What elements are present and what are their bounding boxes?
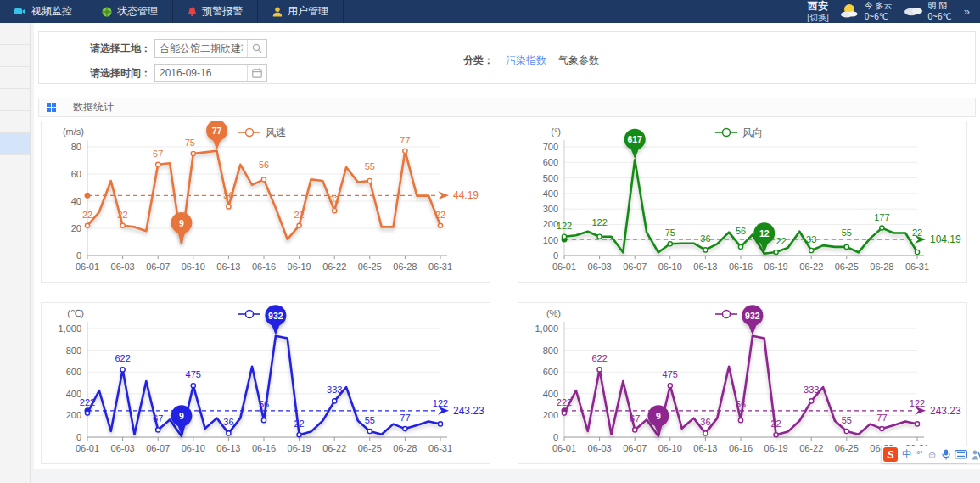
svg-text:122: 122: [591, 217, 607, 227]
emoji-icon[interactable]: ☺: [927, 449, 937, 461]
svg-text:77: 77: [400, 413, 410, 423]
svg-text:1,000: 1,000: [535, 323, 558, 334]
nav-item-video-monitor[interactable]: 视频监控: [0, 0, 87, 23]
city-name: 西安: [807, 1, 829, 12]
date-select-label: 请选择时间：: [73, 66, 151, 81]
svg-text:06-25: 06-25: [358, 443, 382, 453]
svg-text:333: 333: [327, 385, 342, 395]
svg-text:06-10: 06-10: [658, 443, 682, 453]
weather-more-arrow[interactable]: »: [962, 5, 972, 18]
svg-text:06-10: 06-10: [182, 443, 205, 453]
sogou-logo-icon[interactable]: S: [883, 447, 898, 462]
section-title: 数据统计: [64, 100, 114, 115]
chart-card-wind-speed[interactable]: 02040608006-0106-0306-0706-1006-1306-160…: [41, 121, 490, 283]
svg-text:9: 9: [179, 218, 184, 228]
calendar-icon[interactable]: [247, 65, 266, 81]
nav-item-status-manage[interactable]: 状态管理: [87, 0, 173, 23]
svg-text:06-13: 06-13: [693, 443, 717, 453]
chinese-mode-icon[interactable]: 中: [902, 447, 912, 462]
category-label: 分类：: [463, 53, 494, 68]
svg-text:77: 77: [212, 126, 222, 136]
svg-text:600: 600: [543, 157, 558, 167]
user-icon: [272, 7, 283, 17]
svg-text:06-03: 06-03: [111, 443, 135, 453]
svg-text:75: 75: [185, 138, 195, 148]
svg-text:(m/s): (m/s): [63, 126, 84, 137]
weather-tomorrow-label: 明 阴: [928, 1, 952, 12]
svg-text:622: 622: [591, 353, 607, 363]
svg-text:36: 36: [223, 190, 233, 200]
svg-text:932: 932: [745, 311, 760, 321]
svg-text:67: 67: [153, 149, 163, 159]
sidebar-item[interactable]: [0, 45, 30, 67]
keyboard-icon[interactable]: [955, 450, 967, 459]
sidebar-item[interactable]: [0, 89, 30, 111]
svg-text:55: 55: [365, 415, 375, 425]
city-switch-link[interactable]: [切换]: [807, 13, 829, 22]
site-input[interactable]: [155, 40, 247, 57]
filter-panel: 请选择工地： 请选择时间： 分类： 污染指数 气象参数: [38, 31, 976, 84]
svg-text:222: 222: [80, 397, 95, 407]
svg-text:77: 77: [876, 413, 887, 423]
chart-card-wind-direction[interactable]: 010020030040050060070006-0106-0306-0706-…: [518, 121, 967, 283]
svg-text:06-01: 06-01: [76, 443, 99, 453]
sidebar-item[interactable]: [0, 155, 30, 177]
filter-divider: [434, 39, 434, 76]
svg-text:56: 56: [736, 226, 746, 236]
svg-text:06-22: 06-22: [322, 443, 346, 453]
svg-text:36: 36: [700, 233, 710, 244]
chart-card-temperature[interactable]: 02004006008001,00006-0106-0306-0706-1006…: [41, 302, 490, 464]
svg-text:06-01: 06-01: [552, 443, 576, 453]
svg-text:60: 60: [71, 169, 81, 179]
svg-text:06-28: 06-28: [393, 443, 417, 453]
svg-text:9: 9: [656, 411, 661, 421]
weather-tomorrow: 明 阴 0~6℃: [903, 1, 952, 22]
sidebar-item-active[interactable]: [0, 133, 30, 155]
svg-text:177: 177: [874, 212, 889, 222]
nav-weather-area: 西安 [切换] 今 多云 0~6℃ 明 阴 0~6℃ »: [807, 0, 980, 23]
search-icon[interactable]: [247, 40, 266, 57]
left-sidebar: [0, 23, 31, 483]
svg-text:56: 56: [259, 160, 269, 170]
svg-text:243.23: 243.23: [930, 405, 961, 417]
sun-cloud-icon: [839, 3, 861, 20]
svg-text:06-31: 06-31: [905, 261, 929, 272]
svg-text:80: 80: [71, 142, 81, 152]
svg-text:200: 200: [66, 410, 81, 420]
svg-text:475: 475: [186, 369, 201, 379]
svg-text:06-07: 06-07: [623, 443, 647, 453]
svg-text:22: 22: [776, 236, 786, 246]
svg-text:06-19: 06-19: [288, 443, 311, 453]
svg-text:75: 75: [665, 227, 675, 238]
date-input[interactable]: [155, 65, 247, 81]
sidebar-item[interactable]: [0, 111, 30, 133]
nav-item-label: 预警报警: [202, 4, 243, 19]
svg-text:56: 56: [259, 399, 269, 409]
nav-item-alert-alarm[interactable]: 预警报警: [173, 0, 258, 23]
ime-toolbar: S 中 °’ ☺: [881, 446, 980, 463]
svg-text:22: 22: [294, 418, 304, 429]
svg-text:风向: 风向: [742, 126, 763, 138]
svg-text:06-25: 06-25: [358, 261, 382, 272]
chart-card-humidity[interactable]: 02004006008001,00006-0106-0306-0706-1006…: [518, 302, 967, 464]
svg-text:100: 100: [543, 235, 558, 245]
svg-text:22: 22: [912, 227, 922, 238]
punctuation-icon[interactable]: °’: [916, 449, 922, 461]
svg-text:22: 22: [294, 210, 304, 220]
svg-text:56: 56: [736, 399, 746, 409]
svg-text:06-10: 06-10: [658, 261, 682, 272]
top-navbar: 视频监控 状态管理 预警报警 用户管理 西安 [切换] 今 多云 0~6℃: [0, 0, 980, 23]
handwriting-icon[interactable]: [972, 450, 980, 460]
category-link-pollution[interactable]: 污染指数: [506, 53, 546, 68]
svg-text:06-22: 06-22: [322, 261, 346, 272]
svg-text:22: 22: [770, 418, 781, 429]
mic-icon[interactable]: [942, 449, 950, 460]
sidebar-item[interactable]: [0, 23, 30, 45]
svg-text:06-03: 06-03: [588, 443, 612, 453]
svg-text:0: 0: [76, 250, 81, 261]
svg-text:06-03: 06-03: [111, 261, 135, 272]
nav-item-user-manage[interactable]: 用户管理: [258, 0, 344, 23]
sidebar-item[interactable]: [0, 67, 30, 89]
svg-text:06-07: 06-07: [146, 443, 170, 453]
category-link-meteorology[interactable]: 气象参数: [558, 53, 599, 68]
